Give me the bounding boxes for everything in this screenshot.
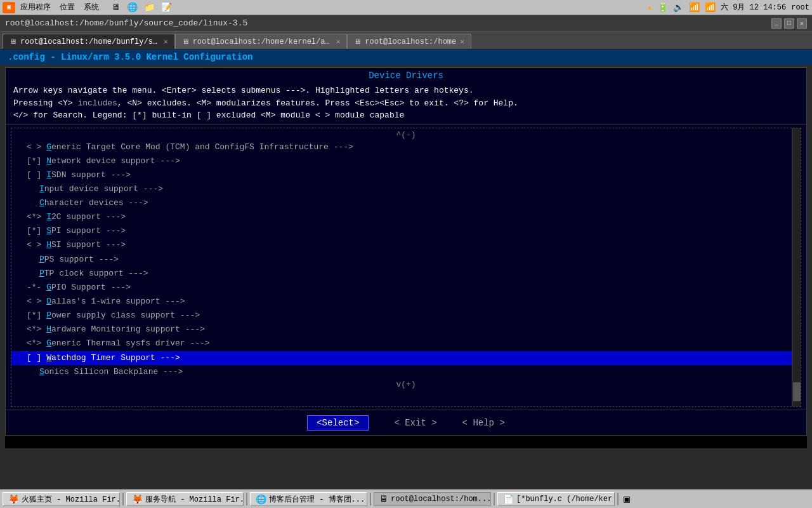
taskbar-extra-icon: ▣ xyxy=(624,493,630,505)
tab-terminal-1[interactable]: 🖥 root@localhost:/home/bunfly/source_cod… xyxy=(3,34,175,49)
file1-icon: 📄 xyxy=(503,494,514,505)
menu-item-watchdog[interactable]: [ ] Watchdog Timer Support ---> xyxy=(11,351,801,365)
tab-terminal-icon-1: 🖥 xyxy=(10,37,16,46)
maximize-button[interactable]: □ xyxy=(784,18,794,29)
menu-item-dallas[interactable]: < > Dallas's 1-wire support ---> xyxy=(11,295,801,309)
nav-down: v(+) xyxy=(11,379,801,390)
taskbar-firefox2[interactable]: 🦊 服务导航 - Mozilla Fir... xyxy=(126,492,244,506)
taskbar-terminal1[interactable]: 🖥 root@localhost:/hom... xyxy=(374,492,491,506)
tab-terminal-2[interactable]: 🖥 root@localhost:/home/kernel/arm/kernel… xyxy=(175,34,348,49)
menu-places[interactable]: 位置 xyxy=(56,2,79,13)
menu-item-i2c[interactable]: <*> I2C support ---> xyxy=(11,210,801,224)
blog-icon: 🌐 xyxy=(256,494,266,505)
taskbar-label-terminal1: root@localhost:/hom... xyxy=(391,495,491,504)
scrollbar-thumb[interactable] xyxy=(793,382,801,401)
menu-item-hwmon[interactable]: <*> Hardware Monitoring support ---> xyxy=(11,323,801,337)
tab-terminal-icon-3: 🖥 xyxy=(354,37,361,46)
taskbar-firefox1[interactable]: 🦊 火狐主页 - Mozilla Fir... xyxy=(3,492,120,506)
star-icon: ★ xyxy=(647,2,652,13)
config-title: .config - Linux/arm 3.5.0 Kernel Configu… xyxy=(8,52,252,62)
scrollbar[interactable] xyxy=(792,128,801,407)
button-bar: <Select> < Exit > < Help > xyxy=(6,410,806,435)
system-menu-bar: ▣ 应用程序 位置 系统 🖥 🌐 📁 📝 xyxy=(3,2,647,13)
browser-icon[interactable]: 🖥 xyxy=(109,3,123,13)
device-drivers-title: Device Drivers xyxy=(6,68,806,83)
menu-system[interactable]: 系统 xyxy=(80,2,103,13)
app-icon: ▣ xyxy=(3,2,15,13)
firefox2-icon: 🦊 xyxy=(132,494,143,505)
config-title-bar: .config - Linux/arm 3.5.0 Kernel Configu… xyxy=(0,50,812,65)
menu-item-power[interactable]: [*] Power supply class support ---> xyxy=(11,309,801,323)
exit-button[interactable]: < Exit > xyxy=(394,418,436,428)
taskbar-file1[interactable]: 📄 [*bunfly.c (/home/ker... xyxy=(497,492,615,506)
tab-close-1[interactable]: ✕ xyxy=(164,37,168,46)
taskbar-sep-2 xyxy=(246,493,247,505)
select-button[interactable]: <Select> xyxy=(307,415,369,431)
menu-item-gpio[interactable]: -*- GPIO Support ---> xyxy=(11,281,801,295)
volume-icon: 🔊 xyxy=(673,2,684,13)
menu-apps[interactable]: 应用程序 xyxy=(16,2,55,13)
username: root xyxy=(791,3,809,12)
taskbar-sep-3 xyxy=(370,493,371,505)
taskbar-sep-5 xyxy=(617,493,619,505)
help-text-area: Arrow keys navigate the menu. <Enter> se… xyxy=(6,83,806,125)
tab-bar: 🖥 root@localhost:/home/bunfly/source_cod… xyxy=(0,32,812,50)
bottom-bar xyxy=(5,436,807,448)
files-icon[interactable]: 📁 xyxy=(141,2,157,13)
menu-box: ^(-) < > Generic Target Core Mod (TCM) a… xyxy=(11,128,801,408)
bluetooth-icon: 📶 xyxy=(689,2,700,13)
taskbar-label-file1: [*bunfly.c (/home/ker... xyxy=(516,495,615,504)
window-controls: _ □ ✕ xyxy=(771,18,807,29)
editor-icon[interactable]: 📝 xyxy=(159,2,174,13)
tab-close-2[interactable]: ✕ xyxy=(336,37,341,46)
help-line-2: Pressing <Y> includes, <N> excludes. <M>… xyxy=(13,97,799,110)
menu-item-ptp[interactable]: PTP clock support ---> xyxy=(11,267,801,281)
menu-item-isdn[interactable]: [ ] ISDN support ---> xyxy=(11,168,801,182)
help-line-3: </> for Search. Legend: [*] built-in [ ]… xyxy=(13,109,799,122)
firefox1-icon: 🦊 xyxy=(8,494,19,505)
taskbar-sep-1 xyxy=(122,493,124,505)
tab-label-2: root@localhost:/home/kernel/arm/kernel/4… xyxy=(193,37,332,46)
datetime: 六 9月 12 14:56 xyxy=(721,2,786,13)
tab-terminal-3[interactable]: 🖥 root@localhost:/home ✕ xyxy=(347,34,471,49)
taskbar-blog[interactable]: 🌐 博客后台管理 - 博客团... xyxy=(250,492,367,506)
kernel-config-window: Device Drivers Arrow keys navigate the m… xyxy=(5,67,807,436)
taskbar-label-firefox2: 服务导航 - Mozilla Fir... xyxy=(145,494,244,505)
menu-item-spi[interactable]: [*] SPI support ---> xyxy=(11,224,801,238)
menu-item-pps[interactable]: PPS support ---> xyxy=(11,253,801,267)
help-line-1: Arrow keys navigate the menu. <Enter> se… xyxy=(13,84,799,97)
menu-item-char[interactable]: Character devices ---> xyxy=(11,196,801,210)
network-icon[interactable]: 🌐 xyxy=(124,2,140,13)
tab-label-3: root@localhost:/home xyxy=(365,37,456,46)
menu-item-network[interactable]: [*] Network device support ---> xyxy=(11,154,801,168)
menu-item-thermal[interactable]: <*> Generic Thermal sysfs driver ---> xyxy=(11,337,801,351)
taskbar-label-blog: 博客后台管理 - 博客团... xyxy=(269,494,365,505)
signal-icon: 📶 xyxy=(705,2,716,13)
tab-close-3[interactable]: ✕ xyxy=(460,37,464,46)
nav-up: ^(-) xyxy=(11,130,801,140)
tab-terminal-icon-2: 🖥 xyxy=(182,37,189,46)
menu-item-input[interactable]: Input device support ---> xyxy=(11,182,801,196)
taskbar: 🦊 火狐主页 - Mozilla Fir... 🦊 服务导航 - Mozilla… xyxy=(0,489,812,508)
battery-icon: 🔋 xyxy=(657,2,668,13)
title-bar: root@localhost:/home/bunfly/source_code/… xyxy=(0,15,812,32)
taskbar-sep-4 xyxy=(494,493,495,505)
tab-label-1: root@localhost:/home/bunfly/source_code/… xyxy=(20,37,160,46)
close-button[interactable]: ✕ xyxy=(797,18,807,29)
help-button[interactable]: < Help > xyxy=(462,418,505,428)
menu-item-sonics[interactable]: Sonics Silicon Backplane ---> xyxy=(11,365,801,379)
menu-item-hsi[interactable]: < > HSI support ---> xyxy=(11,238,801,252)
menu-item-tcm[interactable]: < > Generic Target Core Mod (TCM) and Co… xyxy=(11,140,801,154)
system-tray-info: ★ 🔋 🔊 📶 📶 六 9月 12 14:56 root xyxy=(647,2,809,13)
minimize-button[interactable]: _ xyxy=(771,18,782,29)
terminal1-icon: 🖥 xyxy=(379,494,388,504)
taskbar-label-firefox1: 火狐主页 - Mozilla Fir... xyxy=(22,494,120,505)
system-bar: ▣ 应用程序 位置 系统 🖥 🌐 📁 📝 ★ 🔋 🔊 📶 📶 六 9月 12 1… xyxy=(0,0,812,15)
window-title: root@localhost:/home/bunfly/source_code/… xyxy=(5,18,247,28)
